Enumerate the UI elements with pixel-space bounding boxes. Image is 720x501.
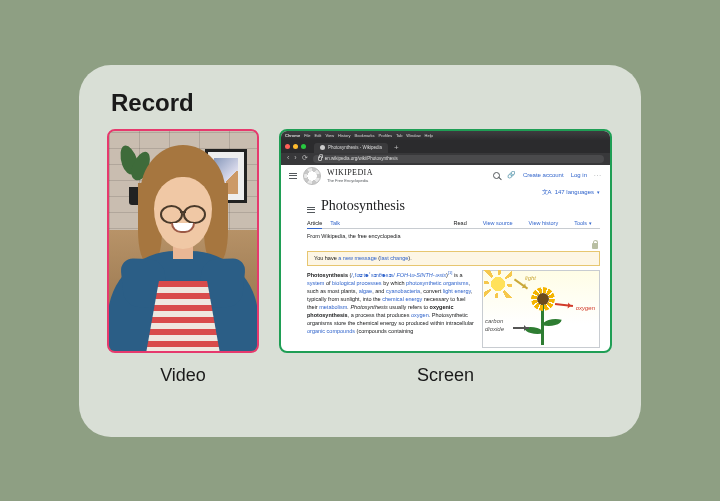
panel-title: Record — [111, 89, 613, 117]
sunflower-icon — [531, 287, 555, 311]
back-icon: ‹ — [287, 154, 289, 163]
globe-icon: 文A — [542, 189, 552, 197]
title-row: Photosynthesis — [307, 197, 600, 215]
maximize-window-icon — [301, 144, 306, 149]
new-tab-icon: + — [394, 144, 399, 152]
article-area: 文A 147 languages ▾ Photosynthesis Articl… — [281, 187, 610, 349]
notice-link: a new message — [338, 255, 377, 261]
tab-talk: Talk — [330, 218, 340, 229]
tab-article: Article — [307, 218, 322, 230]
wikipedia-wordmark: WIKIPEDIA The Free Encyclopedia — [327, 168, 373, 183]
arrow-icon — [513, 327, 529, 329]
notice-link: last change — [380, 255, 408, 261]
video-person — [107, 151, 259, 351]
site-name: WIKIPEDIA — [327, 168, 373, 178]
menu-icon — [289, 173, 297, 179]
lock-icon — [318, 156, 322, 161]
chevron-down-icon: ▾ — [597, 189, 600, 195]
tab-read: Read — [454, 218, 467, 229]
more-icon: ··· — [594, 172, 602, 180]
address-bar: en.wikipedia.org/wiki/Photosynthesis — [313, 155, 604, 163]
menubar-app: Chrome — [285, 133, 300, 138]
screen-column: Chrome File Edit View History Bookmarks … — [279, 129, 612, 386]
chevron-down-icon: ▾ — [589, 220, 592, 226]
video-preview[interactable] — [107, 129, 259, 353]
article-figure: light oxygen — [482, 270, 600, 348]
screen-preview[interactable]: Chrome File Edit View History Bookmarks … — [279, 129, 612, 353]
screen-caption: Screen — [417, 365, 474, 386]
glasses-icon — [160, 205, 206, 221]
browser-tab: Photosynthesis - Wikipedia — [314, 143, 388, 153]
figure-label-light: light — [525, 275, 536, 283]
log-in-link: Log in — [571, 172, 587, 180]
menubar-item: History — [338, 133, 350, 138]
site-subtitle: The Free Encyclopedia — [327, 178, 373, 183]
wikipedia-header: WIKIPEDIA The Free Encyclopedia 🔗 Create… — [281, 165, 610, 187]
tab-view-source: View source — [483, 218, 513, 229]
tab-tools: Tools▾ — [574, 218, 592, 229]
tiles-row: Video Chrome File Edit View History Book… — [107, 129, 613, 386]
video-column: Video — [107, 129, 259, 386]
ipa: /ˌfoʊtəˈsɪnθəsɪs/ — [351, 272, 395, 278]
menubar-item: Edit — [315, 133, 322, 138]
record-panel: Record — [79, 65, 641, 437]
person-mouth — [171, 223, 195, 233]
wikipedia-logo-icon — [303, 167, 321, 185]
url-text: en.wikipedia.org/wiki/Photosynthesis — [325, 156, 398, 162]
contents-icon — [307, 207, 315, 212]
tab-favicon — [320, 145, 325, 150]
menubar-item: Profiles — [379, 133, 392, 138]
search-icon — [493, 172, 500, 179]
create-account-link: Create account — [523, 172, 564, 180]
page-protection-lock-icon — [592, 243, 598, 249]
article-body: Photosynthesis (/ˌfoʊtəˈsɪnθəsɪs/ FOH-tə… — [307, 270, 476, 348]
menubar-item: Window — [406, 133, 420, 138]
minimize-window-icon — [293, 144, 298, 149]
tab-view-history: View history — [529, 218, 559, 229]
os-menubar: Chrome File Edit View History Bookmarks … — [281, 131, 610, 140]
sun-icon — [489, 275, 507, 293]
language-count: 147 languages — [555, 189, 594, 197]
person-face — [154, 177, 212, 249]
article-body-row: Photosynthesis (/ˌfoʊtəˈsɪnθəsɪs/ FOH-tə… — [307, 270, 600, 348]
article-title: Photosynthesis — [321, 197, 405, 215]
header-right: 🔗 Create account Log in ··· — [493, 171, 602, 180]
protection-row — [307, 243, 600, 249]
browser-tabstrip: Photosynthesis - Wikipedia + — [281, 140, 610, 153]
figure-label-oxygen: oxygen — [576, 305, 595, 313]
forward-icon: › — [294, 154, 296, 163]
link-icon: 🔗 — [507, 171, 516, 180]
menubar-item: File — [304, 133, 310, 138]
figure-label-co2: carbon dioxide — [485, 318, 504, 333]
video-caption: Video — [160, 365, 206, 386]
article-tabs-right: Read View source View history Tools▾ — [454, 218, 600, 229]
menubar-item: Tab — [396, 133, 402, 138]
reload-icon: ⟳ — [302, 154, 308, 163]
window-controls — [285, 140, 306, 153]
language-selector: 文A 147 languages ▾ — [307, 189, 600, 197]
article-tabs: Article Talk Read View source View histo… — [307, 218, 600, 230]
leaf-icon — [542, 317, 561, 329]
browser-toolbar: ‹ › ⟳ en.wikipedia.org/wiki/Photosynthes… — [281, 153, 610, 165]
menubar-item: Help — [425, 133, 433, 138]
tab-title: Photosynthesis - Wikipedia — [328, 145, 382, 151]
ipa-respell: FOH-tə-SINTH-ə-sis — [396, 272, 446, 278]
close-window-icon — [285, 144, 290, 149]
menubar-item: Bookmarks — [355, 133, 375, 138]
arrow-icon — [555, 303, 573, 307]
menubar-item: View — [325, 133, 334, 138]
notice-box: You have a new message (last change). — [307, 251, 600, 266]
from-line: From Wikipedia, the free encyclopedia — [307, 233, 600, 240]
